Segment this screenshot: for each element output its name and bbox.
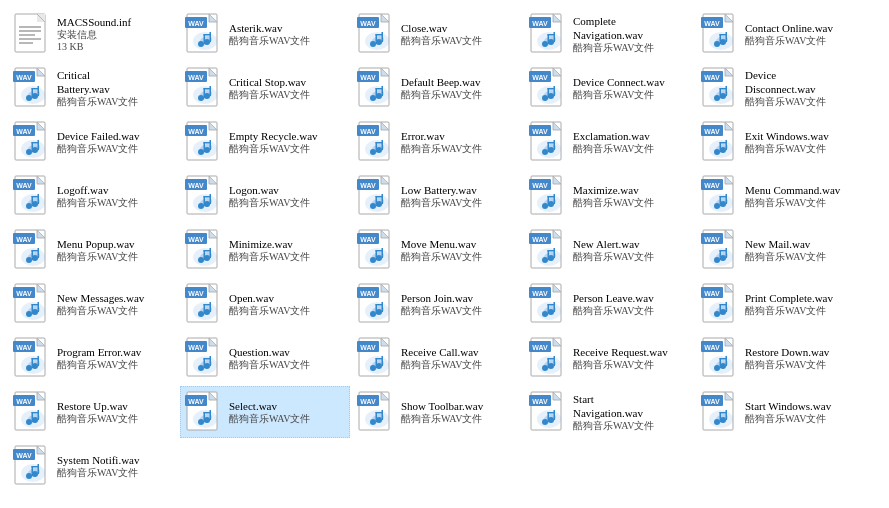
list-item[interactable]: WAV Default Beep.wav酷狗音乐WAV文件 xyxy=(352,62,522,114)
list-item[interactable]: WAV Person Join.wav酷狗音乐WAV文件 xyxy=(352,278,522,330)
file-type-label: 酷狗音乐WAV文件 xyxy=(745,96,826,108)
file-info: Device Disconnect.wav酷狗音乐WAV文件 xyxy=(745,68,826,109)
wav-file-icon: WAV xyxy=(701,13,741,55)
wav-file-icon: WAV xyxy=(13,229,53,271)
file-info: New Mail.wav酷狗音乐WAV文件 xyxy=(745,237,826,263)
list-item[interactable]: WAV New Mail.wav酷狗音乐WAV文件 xyxy=(696,224,866,276)
file-name: Select.wav xyxy=(229,399,310,413)
wav-file-icon: WAV xyxy=(185,67,225,109)
list-item[interactable]: WAV Show Toolbar.wav酷狗音乐WAV文件 xyxy=(352,386,522,438)
file-type-label: 酷狗音乐WAV文件 xyxy=(57,197,138,209)
svg-point-410 xyxy=(370,419,376,425)
list-item[interactable]: WAV Empty Recycle.wav酷狗音乐WAV文件 xyxy=(180,116,350,168)
file-name: Person Join.wav xyxy=(401,291,482,305)
file-type-label: 酷狗音乐WAV文件 xyxy=(57,413,138,425)
file-type-label: 安装信息 13 KB xyxy=(57,29,131,53)
list-item[interactable]: WAV Error.wav酷狗音乐WAV文件 xyxy=(352,116,522,168)
list-item[interactable]: WAV Logon.wav酷狗音乐WAV文件 xyxy=(180,170,350,222)
list-item[interactable]: WAV New Messages.wav酷狗音乐WAV文件 xyxy=(8,278,178,330)
wav-file-icon: WAV xyxy=(701,337,741,379)
list-item[interactable]: WAV Menu Popup.wav酷狗音乐WAV文件 xyxy=(8,224,178,276)
svg-rect-73 xyxy=(204,88,212,90)
list-item[interactable]: WAV Critical Stop.wav酷狗音乐WAV文件 xyxy=(180,62,350,114)
svg-rect-304 xyxy=(376,304,384,306)
svg-text:WAV: WAV xyxy=(704,128,720,135)
list-item[interactable]: WAV Restore Up.wav酷狗音乐WAV文件 xyxy=(8,386,178,438)
list-item[interactable]: WAV New Alert.wav酷狗音乐WAV文件 xyxy=(524,224,694,276)
svg-rect-61 xyxy=(38,86,40,96)
list-item[interactable]: WAV Maximize.wav酷狗音乐WAV文件 xyxy=(524,170,694,222)
list-item[interactable]: WAV Start Navigation.wav酷狗音乐WAV文件 xyxy=(524,386,694,438)
svg-text:WAV: WAV xyxy=(360,398,376,405)
svg-rect-270 xyxy=(726,248,728,258)
list-item[interactable]: MACSSound.inf安装信息 13 KB xyxy=(8,8,178,60)
svg-rect-414 xyxy=(376,412,384,414)
svg-text:WAV: WAV xyxy=(360,290,376,297)
file-type-label: 酷狗音乐WAV文件 xyxy=(573,251,654,263)
file-type-label: 酷狗音乐WAV文件 xyxy=(745,35,833,47)
svg-text:WAV: WAV xyxy=(188,398,204,405)
list-item[interactable]: WAV System Notifi.wav酷狗音乐WAV文件 xyxy=(8,440,178,492)
svg-point-190 xyxy=(370,203,376,209)
list-item[interactable]: WAV Open.wav酷狗音乐WAV文件 xyxy=(180,278,350,330)
svg-text:WAV: WAV xyxy=(188,344,204,351)
svg-point-355 xyxy=(370,365,376,371)
svg-rect-161 xyxy=(720,142,728,144)
file-type-label: 酷狗音乐WAV文件 xyxy=(573,42,654,54)
list-item[interactable]: WAV Complete Navigation.wav酷狗音乐WAV文件 xyxy=(524,8,694,60)
list-item[interactable]: WAV Logoff.wav酷狗音乐WAV文件 xyxy=(8,170,178,222)
list-item[interactable]: WAV Device Disconnect.wav酷狗音乐WAV文件 xyxy=(696,62,866,114)
file-type-label: 酷狗音乐WAV文件 xyxy=(573,359,668,371)
list-item[interactable]: WAV Menu Command.wav酷狗音乐WAV文件 xyxy=(696,170,866,222)
list-item[interactable]: WAV Low Battery.wav酷狗音乐WAV文件 xyxy=(352,170,522,222)
wav-file-icon: WAV xyxy=(701,391,741,433)
list-item[interactable]: WAV Minimize.wav酷狗音乐WAV文件 xyxy=(180,224,350,276)
svg-rect-292 xyxy=(210,302,212,312)
svg-point-146 xyxy=(542,149,548,155)
svg-point-344 xyxy=(198,365,204,371)
file-name: Print Complete.wav xyxy=(745,291,833,305)
list-item[interactable]: WAV Asterik.wav酷狗音乐WAV文件 xyxy=(180,8,350,60)
file-info: Person Join.wav酷狗音乐WAV文件 xyxy=(401,291,482,317)
svg-rect-29 xyxy=(376,34,384,36)
svg-rect-117 xyxy=(32,142,40,144)
list-item[interactable]: WAV Move Menu.wav酷狗音乐WAV文件 xyxy=(352,224,522,276)
list-item[interactable]: WAV Print Complete.wav酷狗音乐WAV文件 xyxy=(696,278,866,330)
list-item[interactable]: WAV Select.wav酷狗音乐WAV文件 xyxy=(180,386,350,438)
file-info: Minimize.wav酷狗音乐WAV文件 xyxy=(229,237,310,263)
svg-text:WAV: WAV xyxy=(532,236,548,243)
svg-text:WAV: WAV xyxy=(532,344,548,351)
svg-rect-260 xyxy=(548,250,556,252)
svg-rect-83 xyxy=(382,86,384,96)
list-item[interactable]: WAV Device Connect.wav酷狗音乐WAV文件 xyxy=(524,62,694,114)
file-type-label: 酷狗音乐WAV文件 xyxy=(401,305,482,317)
list-item[interactable]: WAV Person Leave.wav酷狗音乐WAV文件 xyxy=(524,278,694,330)
file-name: Logon.wav xyxy=(229,183,310,197)
list-item[interactable]: WAV Exit Windows.wav酷狗音乐WAV文件 xyxy=(696,116,866,168)
svg-rect-204 xyxy=(554,194,556,204)
svg-rect-62 xyxy=(32,88,40,90)
file-info: Start Windows.wav酷狗音乐WAV文件 xyxy=(745,399,831,425)
file-type-label: 酷狗音乐WAV文件 xyxy=(401,35,482,47)
svg-rect-39 xyxy=(554,32,556,42)
list-item[interactable]: WAV Exclamation.wav酷狗音乐WAV文件 xyxy=(524,116,694,168)
list-item[interactable]: WAV Start Windows.wav酷狗音乐WAV文件 xyxy=(696,386,866,438)
list-item[interactable]: WAV Receive Request.wav酷狗音乐WAV文件 xyxy=(524,332,694,384)
list-item[interactable]: WAV Device Failed.wav酷狗音乐WAV文件 xyxy=(8,116,178,168)
list-item[interactable]: WAV Restore Down.wav酷狗音乐WAV文件 xyxy=(696,332,866,384)
list-item[interactable]: WAV Close.wav酷狗音乐WAV文件 xyxy=(352,8,522,60)
file-name: Exclamation.wav xyxy=(573,129,654,143)
list-item[interactable]: WAV Contact Online.wav酷狗音乐WAV文件 xyxy=(696,8,866,60)
svg-text:WAV: WAV xyxy=(704,290,720,297)
file-type-label: 酷狗音乐WAV文件 xyxy=(573,89,665,101)
svg-rect-139 xyxy=(376,142,384,144)
svg-point-69 xyxy=(198,95,204,101)
list-item[interactable]: WAV Question.wav酷狗音乐WAV文件 xyxy=(180,332,350,384)
list-item[interactable]: WAV Program Error.wav酷狗音乐WAV文件 xyxy=(8,332,178,384)
list-item[interactable]: WAV Receive Call.wav酷狗音乐WAV文件 xyxy=(352,332,522,384)
wav-file-icon: WAV xyxy=(529,67,569,109)
svg-rect-447 xyxy=(32,466,40,468)
list-item[interactable]: WAV Critical Battery.wav酷狗音乐WAV文件 xyxy=(8,62,178,114)
svg-rect-359 xyxy=(376,358,384,360)
file-type-label: 酷狗音乐WAV文件 xyxy=(57,359,141,371)
